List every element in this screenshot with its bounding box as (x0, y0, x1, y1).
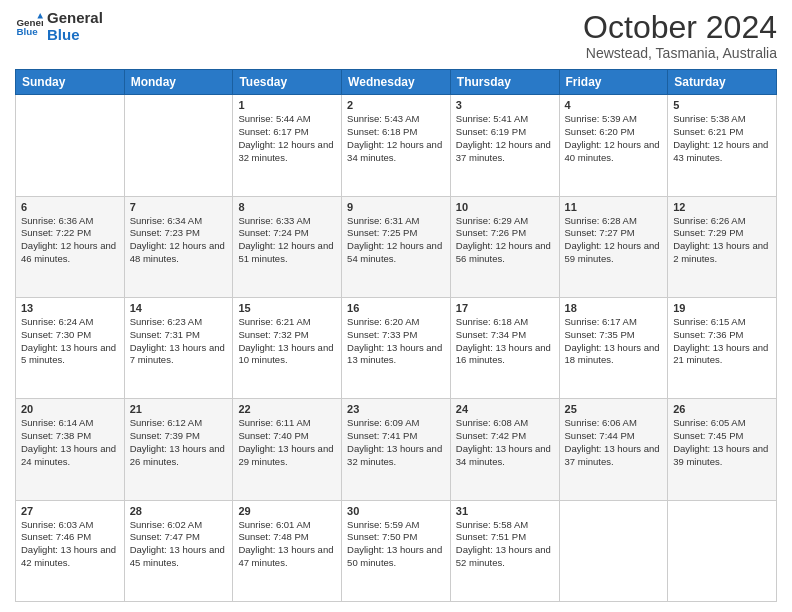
day-number: 19 (673, 302, 771, 314)
weekday-header-friday: Friday (559, 70, 668, 95)
day-info: Sunrise: 6:31 AM Sunset: 7:25 PM Dayligh… (347, 215, 445, 266)
calendar-cell: 22Sunrise: 6:11 AM Sunset: 7:40 PM Dayli… (233, 399, 342, 500)
weekday-header-monday: Monday (124, 70, 233, 95)
day-number: 26 (673, 403, 771, 415)
day-number: 29 (238, 505, 336, 517)
day-number: 23 (347, 403, 445, 415)
header: General Blue General Blue October 2024 N… (15, 10, 777, 61)
weekday-header-row: SundayMondayTuesdayWednesdayThursdayFrid… (16, 70, 777, 95)
calendar-cell (16, 95, 125, 196)
weekday-header-thursday: Thursday (450, 70, 559, 95)
calendar-cell: 19Sunrise: 6:15 AM Sunset: 7:36 PM Dayli… (668, 297, 777, 398)
calendar-cell (668, 500, 777, 601)
day-info: Sunrise: 6:08 AM Sunset: 7:42 PM Dayligh… (456, 417, 554, 468)
day-number: 7 (130, 201, 228, 213)
calendar-cell (559, 500, 668, 601)
day-info: Sunrise: 6:09 AM Sunset: 7:41 PM Dayligh… (347, 417, 445, 468)
day-info: Sunrise: 6:28 AM Sunset: 7:27 PM Dayligh… (565, 215, 663, 266)
logo: General Blue General Blue (15, 10, 103, 43)
calendar-cell: 13Sunrise: 6:24 AM Sunset: 7:30 PM Dayli… (16, 297, 125, 398)
calendar-cell: 1Sunrise: 5:44 AM Sunset: 6:17 PM Daylig… (233, 95, 342, 196)
day-number: 13 (21, 302, 119, 314)
day-info: Sunrise: 6:05 AM Sunset: 7:45 PM Dayligh… (673, 417, 771, 468)
day-number: 15 (238, 302, 336, 314)
day-number: 6 (21, 201, 119, 213)
calendar-cell: 24Sunrise: 6:08 AM Sunset: 7:42 PM Dayli… (450, 399, 559, 500)
day-info: Sunrise: 5:58 AM Sunset: 7:51 PM Dayligh… (456, 519, 554, 570)
day-info: Sunrise: 6:29 AM Sunset: 7:26 PM Dayligh… (456, 215, 554, 266)
calendar-cell: 5Sunrise: 5:38 AM Sunset: 6:21 PM Daylig… (668, 95, 777, 196)
day-info: Sunrise: 6:15 AM Sunset: 7:36 PM Dayligh… (673, 316, 771, 367)
day-number: 28 (130, 505, 228, 517)
calendar-cell: 29Sunrise: 6:01 AM Sunset: 7:48 PM Dayli… (233, 500, 342, 601)
weekday-header-wednesday: Wednesday (342, 70, 451, 95)
week-row-1: 1Sunrise: 5:44 AM Sunset: 6:17 PM Daylig… (16, 95, 777, 196)
calendar-cell: 8Sunrise: 6:33 AM Sunset: 7:24 PM Daylig… (233, 196, 342, 297)
day-info: Sunrise: 5:43 AM Sunset: 6:18 PM Dayligh… (347, 113, 445, 164)
day-info: Sunrise: 5:59 AM Sunset: 7:50 PM Dayligh… (347, 519, 445, 570)
weekday-header-tuesday: Tuesday (233, 70, 342, 95)
day-info: Sunrise: 6:26 AM Sunset: 7:29 PM Dayligh… (673, 215, 771, 266)
week-row-2: 6Sunrise: 6:36 AM Sunset: 7:22 PM Daylig… (16, 196, 777, 297)
logo-icon: General Blue (15, 13, 43, 41)
day-number: 4 (565, 99, 663, 111)
day-number: 11 (565, 201, 663, 213)
day-number: 24 (456, 403, 554, 415)
day-number: 30 (347, 505, 445, 517)
calendar-cell: 15Sunrise: 6:21 AM Sunset: 7:32 PM Dayli… (233, 297, 342, 398)
calendar-cell: 20Sunrise: 6:14 AM Sunset: 7:38 PM Dayli… (16, 399, 125, 500)
svg-text:Blue: Blue (16, 26, 38, 37)
calendar-cell: 6Sunrise: 6:36 AM Sunset: 7:22 PM Daylig… (16, 196, 125, 297)
day-number: 8 (238, 201, 336, 213)
day-number: 14 (130, 302, 228, 314)
subtitle: Newstead, Tasmania, Australia (583, 45, 777, 61)
calendar-cell: 31Sunrise: 5:58 AM Sunset: 7:51 PM Dayli… (450, 500, 559, 601)
calendar-cell: 26Sunrise: 6:05 AM Sunset: 7:45 PM Dayli… (668, 399, 777, 500)
calendar-cell: 11Sunrise: 6:28 AM Sunset: 7:27 PM Dayli… (559, 196, 668, 297)
day-info: Sunrise: 6:03 AM Sunset: 7:46 PM Dayligh… (21, 519, 119, 570)
day-info: Sunrise: 6:20 AM Sunset: 7:33 PM Dayligh… (347, 316, 445, 367)
week-row-4: 20Sunrise: 6:14 AM Sunset: 7:38 PM Dayli… (16, 399, 777, 500)
calendar-cell: 2Sunrise: 5:43 AM Sunset: 6:18 PM Daylig… (342, 95, 451, 196)
week-row-3: 13Sunrise: 6:24 AM Sunset: 7:30 PM Dayli… (16, 297, 777, 398)
day-info: Sunrise: 6:02 AM Sunset: 7:47 PM Dayligh… (130, 519, 228, 570)
day-info: Sunrise: 6:34 AM Sunset: 7:23 PM Dayligh… (130, 215, 228, 266)
calendar-cell: 23Sunrise: 6:09 AM Sunset: 7:41 PM Dayli… (342, 399, 451, 500)
calendar-table: SundayMondayTuesdayWednesdayThursdayFrid… (15, 69, 777, 602)
week-row-5: 27Sunrise: 6:03 AM Sunset: 7:46 PM Dayli… (16, 500, 777, 601)
day-info: Sunrise: 6:11 AM Sunset: 7:40 PM Dayligh… (238, 417, 336, 468)
calendar-cell: 25Sunrise: 6:06 AM Sunset: 7:44 PM Dayli… (559, 399, 668, 500)
day-number: 5 (673, 99, 771, 111)
day-info: Sunrise: 6:21 AM Sunset: 7:32 PM Dayligh… (238, 316, 336, 367)
day-info: Sunrise: 6:24 AM Sunset: 7:30 PM Dayligh… (21, 316, 119, 367)
weekday-header-saturday: Saturday (668, 70, 777, 95)
day-info: Sunrise: 6:01 AM Sunset: 7:48 PM Dayligh… (238, 519, 336, 570)
calendar-page: General Blue General Blue October 2024 N… (0, 0, 792, 612)
day-number: 9 (347, 201, 445, 213)
calendar-cell: 18Sunrise: 6:17 AM Sunset: 7:35 PM Dayli… (559, 297, 668, 398)
day-info: Sunrise: 6:14 AM Sunset: 7:38 PM Dayligh… (21, 417, 119, 468)
day-info: Sunrise: 6:23 AM Sunset: 7:31 PM Dayligh… (130, 316, 228, 367)
day-number: 10 (456, 201, 554, 213)
calendar-cell (124, 95, 233, 196)
day-info: Sunrise: 5:38 AM Sunset: 6:21 PM Dayligh… (673, 113, 771, 164)
logo-line1: General (47, 10, 103, 27)
day-number: 17 (456, 302, 554, 314)
day-info: Sunrise: 6:18 AM Sunset: 7:34 PM Dayligh… (456, 316, 554, 367)
day-number: 16 (347, 302, 445, 314)
calendar-cell: 12Sunrise: 6:26 AM Sunset: 7:29 PM Dayli… (668, 196, 777, 297)
calendar-cell: 14Sunrise: 6:23 AM Sunset: 7:31 PM Dayli… (124, 297, 233, 398)
calendar-cell: 17Sunrise: 6:18 AM Sunset: 7:34 PM Dayli… (450, 297, 559, 398)
title-section: October 2024 Newstead, Tasmania, Austral… (583, 10, 777, 61)
svg-marker-2 (37, 13, 43, 19)
day-number: 18 (565, 302, 663, 314)
main-title: October 2024 (583, 10, 777, 45)
day-number: 22 (238, 403, 336, 415)
day-info: Sunrise: 5:39 AM Sunset: 6:20 PM Dayligh… (565, 113, 663, 164)
logo-line2: Blue (47, 27, 103, 44)
day-info: Sunrise: 6:06 AM Sunset: 7:44 PM Dayligh… (565, 417, 663, 468)
calendar-cell: 10Sunrise: 6:29 AM Sunset: 7:26 PM Dayli… (450, 196, 559, 297)
day-number: 3 (456, 99, 554, 111)
calendar-cell: 3Sunrise: 5:41 AM Sunset: 6:19 PM Daylig… (450, 95, 559, 196)
calendar-cell: 16Sunrise: 6:20 AM Sunset: 7:33 PM Dayli… (342, 297, 451, 398)
